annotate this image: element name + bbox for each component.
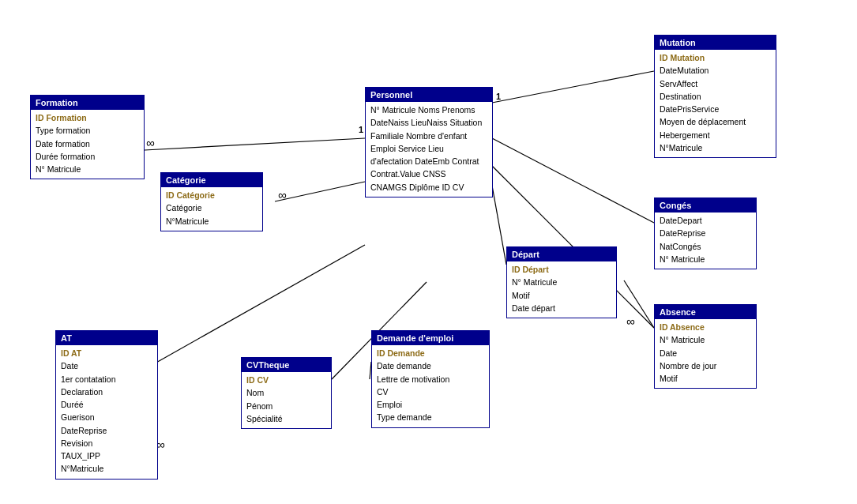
depart-field-2: Motif [512,289,611,302]
absence-field-2: Date [660,347,751,359]
mutation-body: ID Mutation DateMutation ServAffect Dest… [655,50,776,157]
conges-field-3: N° Matricule [660,253,751,265]
demande-field-4: Emploi [377,398,484,411]
cvtheque-field-2: Pénom [246,400,326,412]
cvtheque-field-1: Nom [246,386,326,399]
mutation-field-5: Moyen de déplacement [660,115,771,128]
demande-field-5: Type demande [377,411,484,423]
mutation-field-3: Destination [660,90,771,103]
formation-field-2: Date formation [36,137,139,150]
mutation-table: Mutation ID Mutation DateMutation ServAf… [654,35,776,158]
formation-field-1: Type formation [36,124,139,137]
personnel-field-16: ID CV [442,182,464,192]
personnel-field-6: Nombre d'enfant [406,131,467,141]
categorie-header: Catégorie [161,173,262,187]
demande-field-3: CV [377,386,484,398]
personnel-field-15: Diplôme [409,182,440,192]
demande-body: ID Demande Date demande Lettre de motiva… [372,345,489,427]
svg-text:∞: ∞ [146,136,155,149]
cvtheque-table: CVTheque ID CV Nom Pénom Spécialité [241,357,332,429]
conges-header: Congés [655,198,756,213]
absence-header: Absence [655,305,756,319]
svg-line-0 [145,138,365,150]
at-field-9: N°Matricule [61,462,152,475]
cvtheque-header: CVTheque [242,358,331,372]
mutation-field-4: DatePrisService [660,103,771,115]
personnel-field-4: LieuNaiss [411,118,447,127]
svg-text:1: 1 [496,92,501,101]
at-field-3: Declaration [61,386,152,398]
conges-field-2: NatCongés [660,240,751,253]
demande-field-1: Date demande [377,359,484,372]
at-field-6: DateReprise [61,424,152,437]
at-field-0: ID AT [61,347,152,359]
formation-header: Formation [31,96,144,110]
categorie-body: ID Catégorie Catégorie N°Matricule [161,187,262,231]
personnel-field-0: N° Matricule [370,105,415,115]
depart-header: Départ [507,247,616,261]
conges-field-0: DateDepart [660,214,751,227]
absence-table: Absence ID Absence N° Matricule Date Nom… [654,304,757,389]
categorie-field-1: Catégorie [166,201,257,214]
at-table: AT ID AT Date 1er contatation Declaratio… [55,330,158,480]
personnel-field-8: Service [398,144,426,153]
mutation-field-1: DateMutation [660,64,771,77]
svg-text:∞: ∞ [278,188,287,201]
svg-line-9 [155,245,365,363]
at-field-2: 1er contatation [61,373,152,386]
conges-field-1: DateReprise [660,227,751,239]
personnel-field-11: Contrat [452,156,479,166]
svg-line-1 [275,182,365,201]
conges-body: DateDepart DateReprise NatCongés N° Matr… [655,213,756,269]
personnel-field-7: Emploi [370,144,396,153]
at-header: AT [56,331,157,345]
personnel-field-10: DateEmb [415,156,449,166]
categorie-table: Catégorie ID Catégorie Catégorie N°Matri… [160,172,263,231]
mutation-field-2: ServAffect [660,77,771,90]
personnel-field-13: CNSS [423,169,445,179]
demande-field-0: ID Demande [377,347,484,359]
svg-text:1: 1 [359,125,363,134]
personnel-field-14: CNAMGS [370,182,407,192]
formation-field-0: ID Formation [36,111,139,124]
mutation-field-7: N°Matricule [660,141,771,154]
formation-field-4: N° Matricule [36,163,139,175]
personnel-field-2: Prenoms [442,105,475,115]
svg-text:∞: ∞ [626,314,635,328]
at-field-1: Date [61,359,152,372]
absence-field-0: ID Absence [660,321,751,333]
svg-line-2 [492,71,654,103]
mutation-header: Mutation [655,36,776,50]
formation-table: Formation ID Formation Type formation Da… [30,95,145,179]
personnel-header: Personnel [366,88,492,102]
at-field-5: Guerison [61,411,152,423]
conges-table: Congés DateDepart DateReprise NatCongés … [654,197,757,269]
cvtheque-field-3: Spécialité [246,412,326,425]
demande-table: Demande d'emploi ID Demande Date demande… [371,330,490,428]
at-field-4: Duréé [61,398,152,411]
cvtheque-field-0: ID CV [246,374,326,386]
at-field-8: TAUX_IPP [61,449,152,462]
depart-field-1: N° Matricule [512,276,611,288]
absence-field-4: Motif [660,372,751,385]
personnel-body[interactable]: N° Matricule Noms Prenoms DateNaiss Lieu… [366,102,483,197]
depart-field-0: ID Départ [512,263,611,276]
personnel-field-3: DateNaiss [370,118,408,127]
personnel-table: Personnel N° Matricule Noms Prenoms Date… [365,87,493,197]
mutation-field-0: ID Mutation [660,51,771,64]
demande-header: Demande d'emploi [372,331,489,345]
absence-field-1: N° Matricule [660,333,751,346]
svg-line-3 [492,138,654,223]
demande-field-2: Lettre de motivation [377,373,484,386]
at-field-7: Revision [61,437,152,449]
formation-field-3: Durée formation [36,150,139,163]
at-body: ID AT Date 1er contatation Declaration D… [56,345,157,479]
formation-body: ID Formation Type formation Date formati… [31,110,144,179]
absence-body: ID Absence N° Matricule Date Nombre de j… [655,319,756,388]
depart-table: Départ ID Départ N° Matricule Motif Date… [506,246,617,318]
cvtheque-body: ID CV Nom Pénom Spécialité [242,372,331,428]
personnel-field-12: Contrat.Value [370,169,420,179]
svg-line-6 [624,280,654,328]
depart-field-3: Date départ [512,302,611,314]
mutation-field-6: Hebergement [660,129,771,141]
